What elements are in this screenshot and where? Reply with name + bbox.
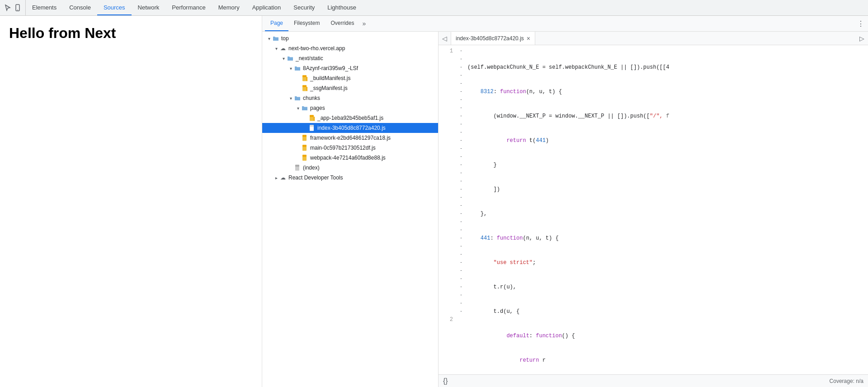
tree-item-vercel[interactable]: ☁ next-two-rho.vercel.app [262,43,438,53]
tree-label: framework-e2bd64861297ca18.js [310,135,391,141]
sources-content: top ☁ next-two-rho.vercel.app _ [262,32,868,387]
folder-icon [294,94,301,102]
page-content: Hello from Next [0,16,262,387]
tree-label: next-two-rho.vercel.app [288,45,345,52]
main-area: Hello from Next Page Filesystem Override… [0,16,868,387]
tab-lighthouse[interactable]: Lighthouse [321,0,363,15]
close-tab-icon[interactable]: × [527,35,530,42]
code-line: (self.webpackChunk_N_E = self.webpackChu… [467,63,868,71]
code-line: "use strict"; [467,259,868,267]
tree-arrow [288,65,294,71]
tree-label: top [281,35,289,42]
code-line: }, [467,210,868,218]
svg-rect-14 [302,135,307,137]
tree-label: _app-1eba92b45beb5af1.js [317,115,383,121]
bottom-bar: {} Coverage: n/a [439,374,868,387]
tab-sources[interactable]: Sources [97,0,132,15]
svg-rect-4 [302,76,307,77]
tab-filesystem[interactable]: Filesystem [288,16,325,31]
svg-rect-10 [310,115,314,117]
tree-label: webpack-4e7214a60fad8e88.js [310,155,386,161]
file-js-icon [301,75,308,82]
code-viewer: ◁ index-3b405d8c8772a420.js × ▷ 1 [439,32,868,387]
svg-rect-16 [302,145,307,147]
cloud-icon: ☁ [279,174,287,181]
line-number-2: 2 [439,316,453,324]
file-js-icon [301,144,308,151]
cloud-icon: ☁ [279,45,287,52]
code-content[interactable]: 1 [439,45,868,374]
tree-arrow [273,45,279,52]
tree-item-chunks[interactable]: chunks [262,93,438,103]
tree-item-chunk-folder[interactable]: 8Azynf-rari395w9_-LSf [262,63,438,73]
tree-arrow [280,55,287,61]
tree-item-top[interactable]: top [262,33,438,43]
file-js-icon [301,134,308,142]
tree-label: React Developer Tools [288,175,343,181]
tree-arrow [266,35,272,42]
tree-arrow [295,105,301,111]
expand-panel-icon[interactable]: ◁ [439,32,451,45]
tree-item-framework-js[interactable]: framework-e2bd64861297ca18.js [262,133,438,143]
tree-label: _buildManifest.js [310,75,350,81]
sources-tab-bar: Page Filesystem Overrides » ⋮ [262,16,868,32]
svg-rect-20 [295,165,299,167]
tab-menu-icon[interactable]: ⋮ [856,19,865,28]
active-file-tab[interactable]: index-3b405d8c8772a420.js × [451,32,535,45]
cursor-icon[interactable] [4,4,12,12]
tree-label: 8Azynf-rari395w9_-LSf [303,65,358,71]
file-gray-icon [294,164,301,171]
code-line: } [467,161,868,169]
tree-item-webpack-js[interactable]: webpack-4e7214a60fad8e88.js [262,153,438,163]
tree-arrow [273,175,279,181]
code-line: (window.__NEXT_P = window.__NEXT_P || []… [467,112,868,120]
tree-item-next-static[interactable]: _next/static [262,53,438,63]
mobile-icon[interactable] [14,4,22,12]
tree-item-index[interactable]: (index) [262,163,438,173]
code-line: 441: function(n, u, t) { [467,234,868,242]
tab-security[interactable]: Security [287,0,321,15]
file-js-icon [301,85,308,92]
coverage-text: Coverage: n/a [830,378,863,384]
svg-point-1 [17,9,18,10]
file-tree-panel: top ☁ next-two-rho.vercel.app _ [262,32,439,387]
tab-memory[interactable]: Memory [212,0,246,15]
tree-item-app-js[interactable]: _app-1eba92b45beb5af1.js [262,113,438,123]
svg-rect-6 [307,87,307,91]
code-line: t.r(u), [467,283,868,291]
tree-item-pages[interactable]: pages [262,103,438,113]
tab-page[interactable]: Page [265,16,288,31]
tree-label: _ssgManifest.js [310,85,348,91]
folder-icon [287,55,294,62]
line-number-1: 1 [439,47,453,55]
tree-label: pages [310,105,325,111]
line-gutter: - - - - - - - - - - - - - - - [457,45,466,374]
file-js-icon [308,114,316,122]
tab-elements[interactable]: Elements [26,0,63,15]
active-file-name: index-3b405d8c8772a420.js [456,35,524,42]
tree-item-main-js[interactable]: main-0c597b21730512df.js [262,143,438,153]
tab-console[interactable]: Console [63,0,97,15]
tree-label: _next/static [296,55,323,61]
tab-overrides[interactable]: Overrides [325,16,359,31]
more-tabs-icon[interactable]: » [359,20,368,27]
svg-rect-3 [307,77,307,81]
folder-icon [294,65,301,72]
panel-settings-icon[interactable]: ▷ [855,32,868,45]
tab-network[interactable]: Network [132,0,166,15]
code-line: t.d(u, { [467,307,868,316]
page-title: Hello from Next [9,25,253,42]
svg-rect-9 [314,117,315,121]
code-line: return t(441) [467,137,868,145]
folder-icon [301,104,308,112]
format-icon[interactable]: {} [443,377,448,385]
tab-application[interactable]: Application [246,0,288,15]
tree-item-index-js[interactable]: index-3b405d8c8772a420.js [262,123,438,133]
tree-item-react-devtools[interactable]: ☁ React Developer Tools [262,173,438,183]
code-line: default: function() { [467,332,868,340]
code-line: return r [467,356,868,364]
tree-item-build-manifest[interactable]: _buildManifest.js [262,73,438,83]
tree-arrow [288,95,294,101]
tab-performance[interactable]: Performance [165,0,212,15]
tree-item-ssg-manifest[interactable]: _ssgManifest.js [262,83,438,93]
